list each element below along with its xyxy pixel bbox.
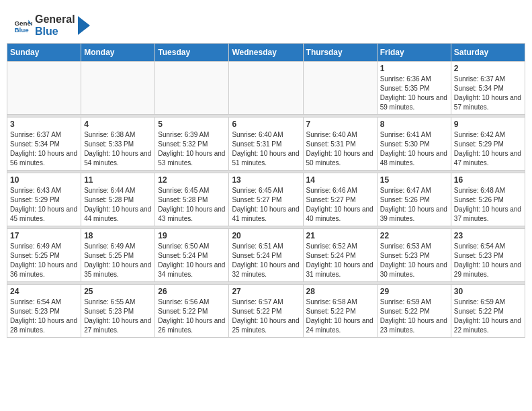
table-row: 17Sunrise: 6:49 AMSunset: 5:25 PMDayligh… bbox=[7, 229, 81, 282]
table-row bbox=[155, 62, 229, 115]
day-info: Sunrise: 6:54 AMSunset: 5:23 PMDaylight:… bbox=[10, 298, 78, 335]
table-row bbox=[303, 62, 377, 115]
table-row: 16Sunrise: 6:48 AMSunset: 5:26 PMDayligh… bbox=[451, 173, 525, 226]
table-row: 29Sunrise: 6:59 AMSunset: 5:22 PMDayligh… bbox=[377, 285, 451, 338]
calendar-week-row: 10Sunrise: 6:43 AMSunset: 5:29 PMDayligh… bbox=[7, 173, 525, 226]
table-row: 11Sunrise: 6:44 AMSunset: 5:28 PMDayligh… bbox=[81, 173, 155, 226]
day-info: Sunrise: 6:49 AMSunset: 5:25 PMDaylight:… bbox=[84, 242, 152, 279]
table-row: 5Sunrise: 6:39 AMSunset: 5:32 PMDaylight… bbox=[155, 118, 229, 171]
calendar-week-row: 1Sunrise: 6:36 AMSunset: 5:35 PMDaylight… bbox=[7, 62, 525, 115]
day-info: Sunrise: 6:46 AMSunset: 5:27 PMDaylight:… bbox=[306, 186, 374, 224]
table-row: 9Sunrise: 6:42 AMSunset: 5:29 PMDaylight… bbox=[451, 118, 525, 171]
day-number: 8 bbox=[380, 120, 448, 129]
logo-general: General bbox=[35, 13, 75, 26]
col-friday: Friday bbox=[377, 44, 451, 62]
table-row: 22Sunrise: 6:53 AMSunset: 5:23 PMDayligh… bbox=[377, 229, 451, 282]
day-info: Sunrise: 6:56 AMSunset: 5:22 PMDaylight:… bbox=[158, 298, 226, 335]
day-number: 20 bbox=[232, 231, 300, 240]
day-number: 9 bbox=[454, 120, 522, 129]
day-number: 15 bbox=[380, 175, 448, 185]
day-info: Sunrise: 6:43 AMSunset: 5:29 PMDaylight:… bbox=[10, 186, 78, 224]
table-row: 7Sunrise: 6:40 AMSunset: 5:31 PMDaylight… bbox=[303, 118, 377, 171]
day-number: 12 bbox=[158, 175, 226, 185]
day-number: 17 bbox=[10, 231, 78, 240]
table-row: 1Sunrise: 6:36 AMSunset: 5:35 PMDaylight… bbox=[377, 62, 451, 115]
table-row: 6Sunrise: 6:40 AMSunset: 5:31 PMDaylight… bbox=[229, 118, 303, 171]
table-row: 27Sunrise: 6:57 AMSunset: 5:22 PMDayligh… bbox=[229, 285, 303, 338]
day-number: 25 bbox=[84, 287, 152, 296]
day-info: Sunrise: 6:40 AMSunset: 5:31 PMDaylight:… bbox=[232, 130, 300, 168]
day-number: 4 bbox=[84, 120, 152, 129]
day-info: Sunrise: 6:41 AMSunset: 5:30 PMDaylight:… bbox=[380, 130, 448, 168]
day-info: Sunrise: 6:59 AMSunset: 5:22 PMDaylight:… bbox=[380, 298, 448, 335]
day-number: 10 bbox=[10, 175, 78, 185]
day-info: Sunrise: 6:38 AMSunset: 5:33 PMDaylight:… bbox=[84, 130, 152, 168]
day-number: 22 bbox=[380, 231, 448, 240]
table-row: 13Sunrise: 6:45 AMSunset: 5:27 PMDayligh… bbox=[229, 173, 303, 226]
table-row: 10Sunrise: 6:43 AMSunset: 5:29 PMDayligh… bbox=[7, 173, 81, 226]
day-number: 3 bbox=[10, 120, 78, 129]
col-wednesday: Wednesday bbox=[229, 44, 303, 62]
day-info: Sunrise: 6:44 AMSunset: 5:28 PMDaylight:… bbox=[84, 186, 152, 224]
day-info: Sunrise: 6:59 AMSunset: 5:22 PMDaylight:… bbox=[454, 298, 522, 335]
calendar-week-row: 3Sunrise: 6:37 AMSunset: 5:34 PMDaylight… bbox=[7, 118, 525, 171]
calendar-week-row: 24Sunrise: 6:54 AMSunset: 5:23 PMDayligh… bbox=[7, 285, 525, 338]
logo: General Blue General Blue bbox=[13, 13, 90, 37]
logo-icon: General Blue bbox=[13, 16, 32, 35]
day-number: 28 bbox=[306, 287, 374, 296]
day-info: Sunrise: 6:36 AMSunset: 5:35 PMDaylight:… bbox=[380, 75, 448, 112]
svg-text:Blue: Blue bbox=[14, 26, 29, 33]
table-row: 23Sunrise: 6:54 AMSunset: 5:23 PMDayligh… bbox=[451, 229, 525, 282]
table-row: 20Sunrise: 6:51 AMSunset: 5:24 PMDayligh… bbox=[229, 229, 303, 282]
day-info: Sunrise: 6:42 AMSunset: 5:29 PMDaylight:… bbox=[454, 130, 522, 168]
col-monday: Monday bbox=[81, 44, 155, 62]
calendar-header-row: Sunday Monday Tuesday Wednesday Thursday… bbox=[7, 44, 525, 62]
table-row: 25Sunrise: 6:55 AMSunset: 5:23 PMDayligh… bbox=[81, 285, 155, 338]
day-info: Sunrise: 6:57 AMSunset: 5:22 PMDaylight:… bbox=[232, 298, 300, 335]
day-number: 18 bbox=[84, 231, 152, 240]
logo-blue: Blue bbox=[35, 26, 75, 38]
col-sunday: Sunday bbox=[7, 44, 81, 62]
day-info: Sunrise: 6:50 AMSunset: 5:24 PMDaylight:… bbox=[158, 242, 226, 279]
header: General Blue General Blue bbox=[7, 7, 525, 40]
day-info: Sunrise: 6:45 AMSunset: 5:28 PMDaylight:… bbox=[158, 186, 226, 224]
table-row: 4Sunrise: 6:38 AMSunset: 5:33 PMDaylight… bbox=[81, 118, 155, 171]
table-row bbox=[7, 62, 81, 115]
table-row: 12Sunrise: 6:45 AMSunset: 5:28 PMDayligh… bbox=[155, 173, 229, 226]
day-number: 29 bbox=[380, 287, 448, 296]
table-row: 14Sunrise: 6:46 AMSunset: 5:27 PMDayligh… bbox=[303, 173, 377, 226]
day-number: 16 bbox=[454, 175, 522, 185]
day-info: Sunrise: 6:37 AMSunset: 5:34 PMDaylight:… bbox=[10, 130, 78, 168]
table-row: 30Sunrise: 6:59 AMSunset: 5:22 PMDayligh… bbox=[451, 285, 525, 338]
day-number: 19 bbox=[158, 231, 226, 240]
table-row: 19Sunrise: 6:50 AMSunset: 5:24 PMDayligh… bbox=[155, 229, 229, 282]
table-row: 8Sunrise: 6:41 AMSunset: 5:30 PMDaylight… bbox=[377, 118, 451, 171]
calendar-table: Sunday Monday Tuesday Wednesday Thursday… bbox=[7, 43, 525, 338]
day-info: Sunrise: 6:58 AMSunset: 5:22 PMDaylight:… bbox=[306, 298, 374, 335]
table-row: 3Sunrise: 6:37 AMSunset: 5:34 PMDaylight… bbox=[7, 118, 81, 171]
table-row: 21Sunrise: 6:52 AMSunset: 5:24 PMDayligh… bbox=[303, 229, 377, 282]
table-row: 28Sunrise: 6:58 AMSunset: 5:22 PMDayligh… bbox=[303, 285, 377, 338]
day-number: 1 bbox=[380, 64, 448, 73]
day-info: Sunrise: 6:52 AMSunset: 5:24 PMDaylight:… bbox=[306, 242, 374, 279]
day-number: 11 bbox=[84, 175, 152, 185]
calendar-week-row: 17Sunrise: 6:49 AMSunset: 5:25 PMDayligh… bbox=[7, 229, 525, 282]
table-row bbox=[81, 62, 155, 115]
table-row: 26Sunrise: 6:56 AMSunset: 5:22 PMDayligh… bbox=[155, 285, 229, 338]
day-number: 23 bbox=[454, 231, 522, 240]
day-number: 7 bbox=[306, 120, 374, 129]
svg-marker-3 bbox=[78, 16, 90, 35]
day-info: Sunrise: 6:39 AMSunset: 5:32 PMDaylight:… bbox=[158, 130, 226, 168]
day-number: 14 bbox=[306, 175, 374, 185]
day-info: Sunrise: 6:49 AMSunset: 5:25 PMDaylight:… bbox=[10, 242, 78, 279]
day-info: Sunrise: 6:48 AMSunset: 5:26 PMDaylight:… bbox=[454, 186, 522, 224]
col-saturday: Saturday bbox=[451, 44, 525, 62]
day-info: Sunrise: 6:40 AMSunset: 5:31 PMDaylight:… bbox=[306, 130, 374, 168]
day-number: 13 bbox=[232, 175, 300, 185]
day-number: 30 bbox=[454, 287, 522, 296]
day-info: Sunrise: 6:55 AMSunset: 5:23 PMDaylight:… bbox=[84, 298, 152, 335]
table-row bbox=[229, 62, 303, 115]
day-number: 24 bbox=[10, 287, 78, 296]
day-number: 21 bbox=[306, 231, 374, 240]
col-thursday: Thursday bbox=[303, 44, 377, 62]
